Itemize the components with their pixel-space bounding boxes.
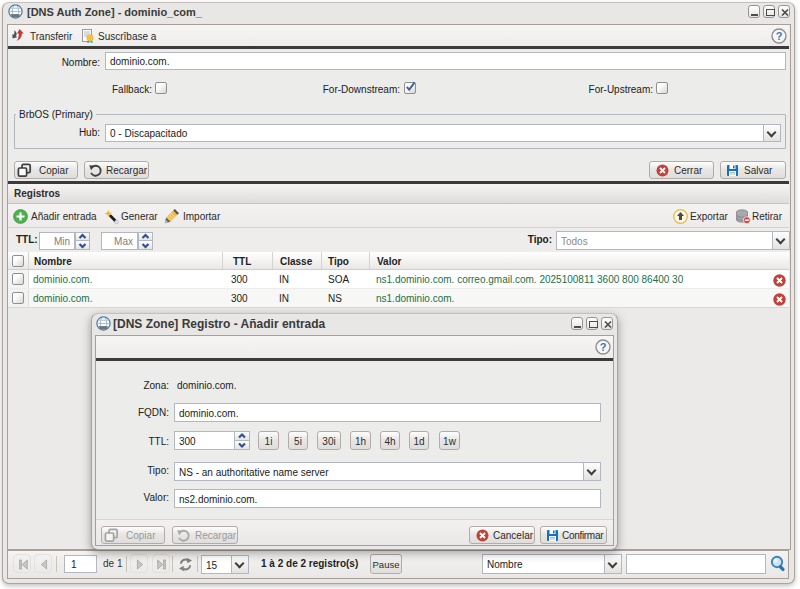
svg-text:?: ? <box>600 341 607 353</box>
svg-text:?: ? <box>776 30 783 42</box>
